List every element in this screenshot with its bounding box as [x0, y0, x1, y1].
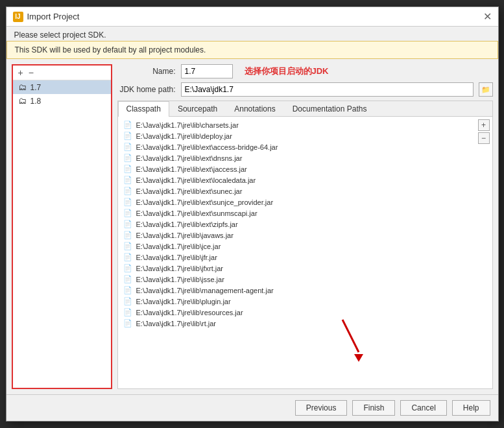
dialog-footer: Previous Finish Cancel Help [6, 394, 498, 421]
top-message: This SDK will be used by default by all … [6, 41, 498, 59]
tab-sourcepath[interactable]: Sourcepath [169, 101, 226, 116]
classpath-item: 📄E:\Java\jdk1.7\jre\lib\jfr.jar [121, 252, 490, 263]
please-select-message: Please select project SDK. [6, 27, 498, 41]
add-classpath-button[interactable]: + [478, 119, 490, 131]
classpath-item: 📄E:\Java\jdk1.7\jre\lib\jfxrt.jar [121, 263, 490, 274]
jar-icon: 📄 [123, 297, 132, 305]
jdk-hint: 选择你项目启动的JDK [245, 65, 329, 77]
classpath-item: 📄E:\Java\jdk1.7\jre\lib\charsets.jar [121, 119, 490, 130]
classpath-item: 📄E:\Java\jdk1.7\jre\lib\ext\jaccess.jar [121, 163, 490, 174]
tab-classpath[interactable]: Classpath [118, 101, 169, 117]
path-label: JDK home path: [117, 85, 176, 94]
cancel-button[interactable]: Cancel [400, 400, 446, 416]
folder-icon: 📁 [481, 86, 490, 94]
classpath-item: 📄E:\Java\jdk1.7\jre\lib\javaws.jar [121, 230, 490, 241]
browse-button[interactable]: 📁 [479, 82, 493, 97]
classpath-item-path: E:\Java\jdk1.7\jre\lib\ext\sunjce_provid… [136, 198, 274, 206]
remove-classpath-button[interactable]: − [478, 132, 490, 144]
sdk-left-panel: + − 🗂1.7🗂1.8 [12, 64, 112, 389]
classpath-item: 📄E:\Java\jdk1.7\jre\lib\ext\access-bridg… [121, 141, 490, 152]
name-row: Name: 选择你项目启动的JDK [117, 64, 493, 78]
jar-icon: 📄 [123, 275, 132, 283]
main-content: + − 🗂1.7🗂1.8 Name: 选择你项目启动的JDK JDK home … [6, 59, 498, 394]
title-bar: IJ Import Project ✕ [6, 7, 498, 27]
classpath-item: 📄E:\Java\jdk1.7\jre\lib\ext\dnsns.jar [121, 152, 490, 163]
classpath-item-path: E:\Java\jdk1.7\jre\lib\jsse.jar [136, 276, 224, 283]
classpath-item-path: E:\Java\jdk1.7\jre\lib\management-agent.… [136, 287, 274, 294]
tab-documentation-paths[interactable]: Documentation Paths [284, 101, 376, 116]
classpath-item-path: E:\Java\jdk1.7\jre\lib\javaws.jar [136, 232, 234, 239]
classpath-item: 📄E:\Java\jdk1.7\jre\lib\ext\sunec.jar [121, 185, 490, 196]
name-label: Name: [117, 67, 176, 76]
jar-icon: 📄 [123, 286, 132, 294]
jar-icon: 📄 [123, 132, 132, 140]
classpath-item: 📄E:\Java\jdk1.7\jre\lib\ext\zipfs.jar [121, 219, 490, 230]
classpath-item-path: E:\Java\jdk1.7\jre\lib\ext\dnsns.jar [136, 154, 243, 162]
jar-icon: 📄 [123, 143, 132, 151]
add-sdk-button[interactable]: + [17, 68, 25, 77]
jar-icon: 📄 [123, 121, 132, 129]
jar-icon: 📄 [123, 165, 132, 173]
jar-icon: 📄 [123, 308, 132, 316]
sdk-item-1.8[interactable]: 🗂1.8 [13, 94, 111, 108]
classpath-item-path: E:\Java\jdk1.7\jre\lib\deploy.jar [136, 132, 232, 140]
path-input[interactable] [181, 82, 474, 97]
classpath-item-path: E:\Java\jdk1.7\jre\lib\ext\sunmscapi.jar [136, 209, 258, 217]
classpath-item: 📄E:\Java\jdk1.7\jre\lib\rt.jar [121, 318, 490, 329]
dialog-body: Please select project SDK. This SDK will… [6, 27, 498, 421]
classpath-item-path: E:\Java\jdk1.7\jre\lib\plugin.jar [136, 298, 231, 305]
tab-content[interactable]: 📄E:\Java\jdk1.7\jre\lib\charsets.jar📄E:\… [118, 117, 492, 388]
classpath-item: 📄E:\Java\jdk1.7\jre\lib\deploy.jar [121, 130, 490, 141]
sdk-list: 🗂1.7🗂1.8 [13, 80, 111, 388]
classpath-item-path: E:\Java\jdk1.7\jre\lib\ext\jaccess.jar [136, 165, 247, 173]
help-button[interactable]: Help [452, 400, 490, 416]
right-panel: Name: 选择你项目启动的JDK JDK home path: 📁 [117, 64, 493, 389]
jar-icon: 📄 [123, 242, 132, 250]
classpath-item-path: E:\Java\jdk1.7\jre\lib\ext\zipfs.jar [136, 220, 238, 228]
tab-side-buttons: + − [478, 119, 490, 144]
close-button[interactable]: ✕ [483, 12, 492, 22]
sdk-item-label: 1.7 [30, 83, 42, 92]
sdk-toolbar: + − [13, 65, 111, 80]
classpath-item-path: E:\Java\jdk1.7\jre\lib\ext\sunec.jar [136, 187, 243, 195]
classpath-item-path: E:\Java\jdk1.7\jre\lib\jfxrt.jar [136, 265, 224, 272]
classpath-item-path: E:\Java\jdk1.7\jre\lib\resources.jar [136, 309, 243, 316]
jar-icon: 📄 [123, 220, 132, 228]
jar-icon: 📄 [123, 253, 132, 261]
classpath-item: 📄E:\Java\jdk1.7\jre\lib\jce.jar [121, 241, 490, 252]
classpath-item: 📄E:\Java\jdk1.7\jre\lib\ext\sunmscapi.ja… [121, 208, 490, 219]
classpath-item: 📄E:\Java\jdk1.7\jre\lib\jsse.jar [121, 274, 490, 285]
classpath-item-path: E:\Java\jdk1.7\jre\lib\charsets.jar [136, 121, 239, 129]
jar-icon: 📄 [123, 198, 132, 206]
name-input[interactable] [181, 64, 233, 78]
classpath-item-path: E:\Java\jdk1.7\jre\lib\ext\access-bridge… [136, 143, 278, 151]
tab-bar: ClasspathSourcepathAnnotationsDocumentat… [118, 101, 492, 117]
jar-icon: 📄 [123, 264, 132, 272]
jar-icon: 📄 [123, 231, 132, 239]
dialog-icon: IJ [13, 12, 23, 22]
classpath-item: 📄E:\Java\jdk1.7\jre\lib\plugin.jar [121, 296, 490, 307]
sdk-item-label: 1.8 [30, 97, 42, 106]
jar-icon: 📄 [123, 187, 132, 195]
tab-annotations[interactable]: Annotations [226, 101, 283, 116]
sdk-folder-icon: 🗂 [18, 96, 27, 106]
classpath-item-path: E:\Java\jdk1.7\jre\lib\ext\localedata.ja… [136, 176, 256, 184]
classpath-item: 📄E:\Java\jdk1.7\jre\lib\resources.jar [121, 307, 490, 318]
classpath-item: 📄E:\Java\jdk1.7\jre\lib\management-agent… [121, 285, 490, 296]
path-row: JDK home path: 📁 [117, 82, 493, 97]
dialog-title: Import Project [27, 12, 80, 21]
sdk-item-1.7[interactable]: 🗂1.7 [13, 80, 111, 94]
classpath-item-path: E:\Java\jdk1.7\jre\lib\jfr.jar [136, 254, 217, 261]
jar-icon: 📄 [123, 209, 132, 217]
sdk-folder-icon: 🗂 [18, 82, 27, 92]
jar-icon: 📄 [123, 319, 132, 327]
remove-sdk-button[interactable]: − [27, 68, 35, 77]
previous-button[interactable]: Previous [295, 400, 348, 416]
jar-icon: 📄 [123, 176, 132, 184]
tabs-container: ClasspathSourcepathAnnotationsDocumentat… [117, 101, 493, 389]
import-project-dialog: IJ Import Project ✕ Please select projec… [6, 6, 499, 422]
classpath-item: 📄E:\Java\jdk1.7\jre\lib\ext\sunjce_provi… [121, 196, 490, 208]
classpath-item-path: E:\Java\jdk1.7\jre\lib\rt.jar [136, 320, 217, 327]
finish-button[interactable]: Finish [352, 400, 395, 416]
title-bar-left: IJ Import Project [13, 12, 80, 22]
